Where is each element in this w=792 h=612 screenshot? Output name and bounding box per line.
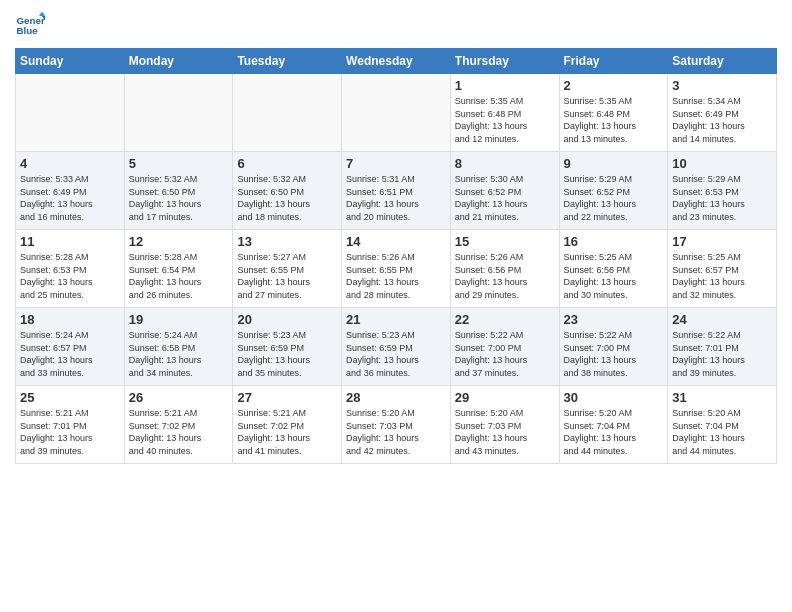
- calendar-cell: 7Sunrise: 5:31 AM Sunset: 6:51 PM Daylig…: [342, 152, 451, 230]
- calendar-cell: 15Sunrise: 5:26 AM Sunset: 6:56 PM Dayli…: [450, 230, 559, 308]
- calendar-cell: 26Sunrise: 5:21 AM Sunset: 7:02 PM Dayli…: [124, 386, 233, 464]
- day-content: Sunrise: 5:22 AM Sunset: 7:00 PM Dayligh…: [455, 329, 555, 379]
- day-number: 28: [346, 390, 446, 405]
- day-content: Sunrise: 5:35 AM Sunset: 6:48 PM Dayligh…: [455, 95, 555, 145]
- calendar-cell: 27Sunrise: 5:21 AM Sunset: 7:02 PM Dayli…: [233, 386, 342, 464]
- day-content: Sunrise: 5:20 AM Sunset: 7:03 PM Dayligh…: [346, 407, 446, 457]
- day-content: Sunrise: 5:33 AM Sunset: 6:49 PM Dayligh…: [20, 173, 120, 223]
- day-content: Sunrise: 5:30 AM Sunset: 6:52 PM Dayligh…: [455, 173, 555, 223]
- logo-icon: General Blue: [15, 10, 45, 40]
- calendar-cell: 18Sunrise: 5:24 AM Sunset: 6:57 PM Dayli…: [16, 308, 125, 386]
- header-cell-wednesday: Wednesday: [342, 49, 451, 74]
- day-content: Sunrise: 5:34 AM Sunset: 6:49 PM Dayligh…: [672, 95, 772, 145]
- calendar-cell: [342, 74, 451, 152]
- day-content: Sunrise: 5:20 AM Sunset: 7:04 PM Dayligh…: [564, 407, 664, 457]
- day-content: Sunrise: 5:22 AM Sunset: 7:00 PM Dayligh…: [564, 329, 664, 379]
- calendar-cell: 28Sunrise: 5:20 AM Sunset: 7:03 PM Dayli…: [342, 386, 451, 464]
- calendar-cell: 6Sunrise: 5:32 AM Sunset: 6:50 PM Daylig…: [233, 152, 342, 230]
- calendar-cell: 5Sunrise: 5:32 AM Sunset: 6:50 PM Daylig…: [124, 152, 233, 230]
- day-content: Sunrise: 5:20 AM Sunset: 7:04 PM Dayligh…: [672, 407, 772, 457]
- page: General Blue SundayMondayTuesdayWednesda…: [0, 0, 792, 612]
- day-content: Sunrise: 5:25 AM Sunset: 6:57 PM Dayligh…: [672, 251, 772, 301]
- day-number: 8: [455, 156, 555, 171]
- day-number: 10: [672, 156, 772, 171]
- calendar-cell: [124, 74, 233, 152]
- day-content: Sunrise: 5:32 AM Sunset: 6:50 PM Dayligh…: [237, 173, 337, 223]
- day-number: 7: [346, 156, 446, 171]
- calendar-cell: 22Sunrise: 5:22 AM Sunset: 7:00 PM Dayli…: [450, 308, 559, 386]
- day-content: Sunrise: 5:31 AM Sunset: 6:51 PM Dayligh…: [346, 173, 446, 223]
- day-content: Sunrise: 5:28 AM Sunset: 6:54 PM Dayligh…: [129, 251, 229, 301]
- day-number: 31: [672, 390, 772, 405]
- day-content: Sunrise: 5:29 AM Sunset: 6:52 PM Dayligh…: [564, 173, 664, 223]
- calendar-body: 1Sunrise: 5:35 AM Sunset: 6:48 PM Daylig…: [16, 74, 777, 464]
- day-number: 5: [129, 156, 229, 171]
- day-number: 30: [564, 390, 664, 405]
- day-number: 16: [564, 234, 664, 249]
- calendar-cell: 20Sunrise: 5:23 AM Sunset: 6:59 PM Dayli…: [233, 308, 342, 386]
- day-content: Sunrise: 5:24 AM Sunset: 6:57 PM Dayligh…: [20, 329, 120, 379]
- day-number: 27: [237, 390, 337, 405]
- calendar-cell: 21Sunrise: 5:23 AM Sunset: 6:59 PM Dayli…: [342, 308, 451, 386]
- calendar-cell: 17Sunrise: 5:25 AM Sunset: 6:57 PM Dayli…: [668, 230, 777, 308]
- svg-text:General: General: [17, 15, 46, 26]
- week-row-5: 25Sunrise: 5:21 AM Sunset: 7:01 PM Dayli…: [16, 386, 777, 464]
- calendar-cell: 24Sunrise: 5:22 AM Sunset: 7:01 PM Dayli…: [668, 308, 777, 386]
- calendar-cell: 25Sunrise: 5:21 AM Sunset: 7:01 PM Dayli…: [16, 386, 125, 464]
- calendar-cell: 16Sunrise: 5:25 AM Sunset: 6:56 PM Dayli…: [559, 230, 668, 308]
- day-number: 21: [346, 312, 446, 327]
- day-number: 29: [455, 390, 555, 405]
- calendar-cell: 29Sunrise: 5:20 AM Sunset: 7:03 PM Dayli…: [450, 386, 559, 464]
- day-content: Sunrise: 5:21 AM Sunset: 7:02 PM Dayligh…: [237, 407, 337, 457]
- day-number: 17: [672, 234, 772, 249]
- day-number: 3: [672, 78, 772, 93]
- calendar-cell: 14Sunrise: 5:26 AM Sunset: 6:55 PM Dayli…: [342, 230, 451, 308]
- day-number: 26: [129, 390, 229, 405]
- header-cell-sunday: Sunday: [16, 49, 125, 74]
- calendar-cell: 1Sunrise: 5:35 AM Sunset: 6:48 PM Daylig…: [450, 74, 559, 152]
- day-number: 23: [564, 312, 664, 327]
- calendar-cell: 30Sunrise: 5:20 AM Sunset: 7:04 PM Dayli…: [559, 386, 668, 464]
- day-content: Sunrise: 5:21 AM Sunset: 7:01 PM Dayligh…: [20, 407, 120, 457]
- day-content: Sunrise: 5:27 AM Sunset: 6:55 PM Dayligh…: [237, 251, 337, 301]
- day-content: Sunrise: 5:32 AM Sunset: 6:50 PM Dayligh…: [129, 173, 229, 223]
- calendar-header: SundayMondayTuesdayWednesdayThursdayFrid…: [16, 49, 777, 74]
- calendar-cell: 31Sunrise: 5:20 AM Sunset: 7:04 PM Dayli…: [668, 386, 777, 464]
- logo: General Blue: [15, 10, 45, 40]
- week-row-4: 18Sunrise: 5:24 AM Sunset: 6:57 PM Dayli…: [16, 308, 777, 386]
- day-number: 13: [237, 234, 337, 249]
- day-content: Sunrise: 5:23 AM Sunset: 6:59 PM Dayligh…: [237, 329, 337, 379]
- day-number: 24: [672, 312, 772, 327]
- day-number: 4: [20, 156, 120, 171]
- calendar-cell: 2Sunrise: 5:35 AM Sunset: 6:48 PM Daylig…: [559, 74, 668, 152]
- day-number: 1: [455, 78, 555, 93]
- day-content: Sunrise: 5:29 AM Sunset: 6:53 PM Dayligh…: [672, 173, 772, 223]
- calendar-cell: 8Sunrise: 5:30 AM Sunset: 6:52 PM Daylig…: [450, 152, 559, 230]
- day-number: 15: [455, 234, 555, 249]
- day-number: 12: [129, 234, 229, 249]
- day-number: 20: [237, 312, 337, 327]
- calendar-cell: 10Sunrise: 5:29 AM Sunset: 6:53 PM Dayli…: [668, 152, 777, 230]
- svg-marker-2: [39, 12, 45, 17]
- header-cell-friday: Friday: [559, 49, 668, 74]
- svg-text:Blue: Blue: [17, 25, 39, 36]
- header-cell-thursday: Thursday: [450, 49, 559, 74]
- calendar-cell: 3Sunrise: 5:34 AM Sunset: 6:49 PM Daylig…: [668, 74, 777, 152]
- calendar-cell: 23Sunrise: 5:22 AM Sunset: 7:00 PM Dayli…: [559, 308, 668, 386]
- calendar-table: SundayMondayTuesdayWednesdayThursdayFrid…: [15, 48, 777, 464]
- week-row-3: 11Sunrise: 5:28 AM Sunset: 6:53 PM Dayli…: [16, 230, 777, 308]
- day-number: 18: [20, 312, 120, 327]
- header-cell-tuesday: Tuesday: [233, 49, 342, 74]
- day-number: 14: [346, 234, 446, 249]
- day-number: 11: [20, 234, 120, 249]
- calendar-cell: 12Sunrise: 5:28 AM Sunset: 6:54 PM Dayli…: [124, 230, 233, 308]
- calendar-cell: 11Sunrise: 5:28 AM Sunset: 6:53 PM Dayli…: [16, 230, 125, 308]
- day-content: Sunrise: 5:26 AM Sunset: 6:56 PM Dayligh…: [455, 251, 555, 301]
- calendar-cell: [16, 74, 125, 152]
- day-number: 9: [564, 156, 664, 171]
- day-number: 25: [20, 390, 120, 405]
- calendar-cell: 13Sunrise: 5:27 AM Sunset: 6:55 PM Dayli…: [233, 230, 342, 308]
- calendar-cell: [233, 74, 342, 152]
- day-content: Sunrise: 5:22 AM Sunset: 7:01 PM Dayligh…: [672, 329, 772, 379]
- header-row: SundayMondayTuesdayWednesdayThursdayFrid…: [16, 49, 777, 74]
